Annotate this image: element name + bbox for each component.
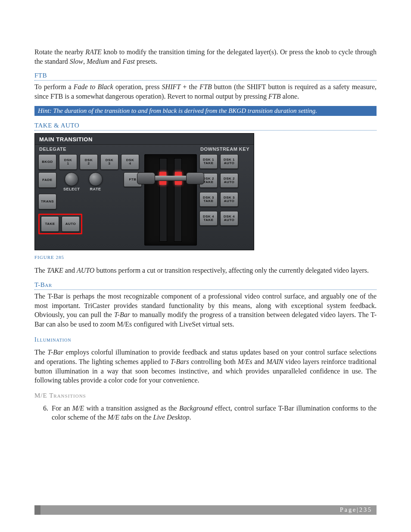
dsk2-delegate-button[interactable]: DSK 2 — [80, 154, 98, 170]
downstream-key-label: DOWNSTREAM KEY — [200, 146, 249, 152]
dsk3-auto-button[interactable]: DSK 3 AUTO — [220, 192, 238, 207]
page-number: 235 — [359, 507, 372, 513]
dsk1-auto-button[interactable]: DSK 1 AUTO — [220, 154, 238, 169]
fade-button[interactable]: FADE — [38, 172, 56, 188]
delegate-row: BKGD DSK 1 DSK 2 DSK 3 DSK 4 — [38, 154, 142, 170]
ftb-paragraph: To perform a Fade to Black operation, pr… — [34, 82, 377, 101]
dsk1-delegate-button[interactable]: DSK 1 — [59, 154, 77, 170]
figure-caption: FIGURE 285 — [34, 255, 377, 260]
illumination-paragraph: The T-Bar employs colorful illumination … — [34, 348, 377, 385]
dsk4-delegate-button[interactable]: DSK 4 — [121, 154, 139, 170]
me-transitions-item-6: For an M/E with a transition assigned as… — [50, 404, 377, 422]
select-label: SELECT — [63, 187, 80, 191]
ftb-hint: Hint: The duration of the transition to … — [34, 106, 377, 116]
auto-button[interactable]: AUTO — [62, 216, 80, 232]
ftb-heading: FTB — [34, 72, 377, 81]
t-bar[interactable] — [144, 154, 197, 246]
me-transitions-heading: M/E Transitions — [34, 392, 377, 399]
rate-knob[interactable] — [89, 172, 103, 186]
delegate-label: DELEGATE — [39, 146, 66, 152]
dsk4-auto-button[interactable]: DSK 4 AUTO — [220, 211, 238, 226]
rate-label: RATE — [90, 187, 101, 191]
bkgd-button[interactable]: BKGD — [38, 154, 56, 170]
page-footer: Page | 235 — [34, 505, 377, 515]
dsk3-delegate-button[interactable]: DSK 3 — [100, 154, 118, 170]
take-auto-heading: TAKE & AUTO — [34, 122, 377, 131]
take-auto-highlight: TAKE AUTO — [38, 214, 82, 234]
dsk1-take-button[interactable]: DSK 1 TAKE — [199, 154, 218, 169]
panel-title: MAIN TRANSITION — [35, 134, 254, 145]
dsk3-take-button[interactable]: DSK 3 TAKE — [199, 192, 218, 207]
tbar-paragraph: The T-Bar is perhaps the most recognizab… — [34, 292, 377, 329]
trans-button[interactable]: TRANS — [38, 194, 56, 209]
dsk4-take-button[interactable]: DSK 4 TAKE — [199, 211, 218, 226]
tbar-heading: T-Bar — [34, 281, 377, 290]
dsk2-auto-button[interactable]: DSK 2 AUTO — [220, 173, 238, 188]
t-bar-handle[interactable] — [137, 172, 204, 185]
select-knob[interactable] — [65, 172, 78, 186]
rate-paragraph: Rotate the nearby RATE knob to modify th… — [34, 47, 377, 66]
page-label: Page — [340, 507, 357, 513]
main-transition-panel: MAIN TRANSITION DELEGATE DOWNSTREAM KEY … — [34, 133, 254, 250]
take-auto-paragraph: The TAKE and AUTO buttons perform a cut … — [34, 266, 377, 275]
illumination-heading: Illumination — [34, 336, 377, 343]
take-button[interactable]: TAKE — [41, 216, 59, 232]
